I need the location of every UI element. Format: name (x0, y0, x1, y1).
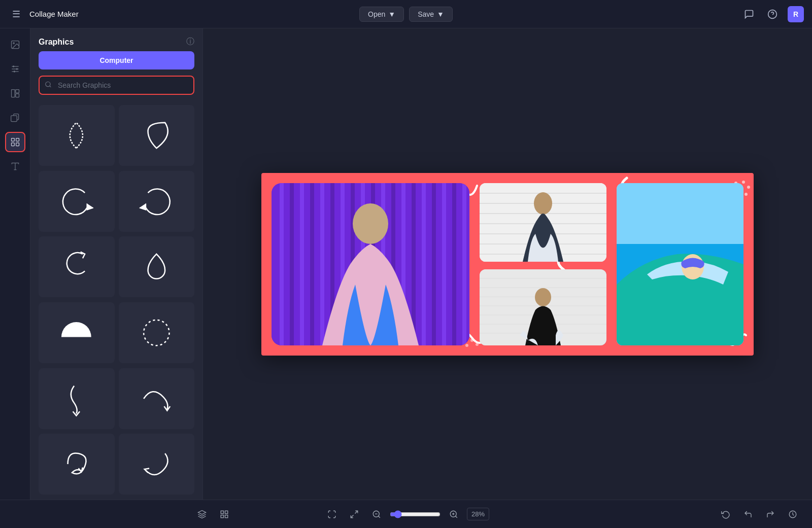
zoom-out-icon (372, 510, 381, 519)
list-item[interactable] (39, 236, 115, 297)
svg-point-51 (353, 203, 388, 244)
list-item[interactable] (119, 302, 195, 363)
svg-line-79 (355, 511, 357, 513)
svg-point-19 (46, 82, 50, 86)
sidebar-item-text[interactable] (5, 156, 25, 177)
topbar-right: R (453, 6, 804, 22)
svg-rect-14 (16, 138, 19, 142)
list-item[interactable] (119, 368, 195, 429)
sidebar-item-layouts[interactable] (5, 83, 25, 103)
fit-icon (350, 510, 359, 519)
svg-point-61 (534, 192, 552, 215)
svg-point-28 (476, 343, 479, 346)
svg-rect-11 (15, 94, 19, 97)
undo-button[interactable] (739, 505, 757, 523)
svg-line-85 (455, 516, 457, 517)
svg-rect-10 (15, 90, 19, 93)
overlays-icon (10, 113, 20, 123)
list-item[interactable] (39, 434, 115, 495)
photo-3-image (480, 269, 606, 345)
svg-line-80 (351, 515, 353, 517)
panel-header: Graphics ⓘ (30, 28, 202, 51)
search-icon (45, 81, 52, 90)
upload-computer-button[interactable]: Computer (39, 51, 194, 69)
svg-rect-16 (16, 143, 19, 146)
svg-rect-77 (225, 515, 228, 517)
photo-slot-3[interactable] (480, 269, 606, 345)
topbar: ☰ Collage Maker Open ▼ Save ▼ R (0, 0, 812, 28)
svg-point-70 (535, 288, 551, 306)
open-button[interactable]: Open ▼ (359, 7, 404, 22)
svg-rect-13 (11, 138, 14, 142)
expand-icon (327, 510, 336, 519)
sidebar-item-graphics[interactable] (5, 132, 25, 152)
menu-button[interactable]: ☰ (8, 6, 24, 22)
filters-icon (10, 64, 20, 74)
photo-4-image (617, 183, 743, 345)
icon-sidebar (0, 28, 30, 500)
chat-icon (744, 9, 754, 19)
zoom-out-button[interactable] (367, 505, 386, 523)
photo-2-image (480, 183, 606, 262)
user-avatar[interactable]: R (788, 6, 804, 22)
canvas-area (203, 28, 812, 500)
help-icon-button[interactable] (764, 6, 781, 22)
text-icon (10, 161, 20, 171)
svg-point-25 (745, 193, 748, 196)
redo-button[interactable] (761, 505, 780, 523)
photo-slot-2[interactable] (480, 183, 606, 262)
svg-line-82 (378, 516, 380, 517)
expand-button[interactable] (323, 505, 341, 523)
list-item[interactable] (39, 171, 115, 232)
topbar-left: ☰ Collage Maker (8, 6, 359, 22)
layouts-icon (10, 88, 20, 98)
list-item[interactable] (39, 368, 115, 429)
svg-rect-78 (221, 515, 223, 517)
bottom-bar: 28% (0, 500, 812, 528)
history-button[interactable] (784, 505, 802, 523)
svg-point-26 (465, 344, 468, 347)
photo-1-image (272, 183, 469, 345)
list-item[interactable] (39, 302, 115, 363)
bottom-center-tools: 28% (323, 505, 489, 523)
svg-rect-9 (11, 90, 15, 97)
svg-point-6 (13, 65, 14, 67)
list-item[interactable] (119, 236, 195, 297)
grid-icon (220, 510, 229, 519)
svg-rect-12 (11, 116, 17, 122)
refresh-button[interactable] (717, 505, 735, 523)
layers-icon (197, 510, 207, 519)
list-item[interactable] (119, 434, 195, 495)
svg-point-7 (16, 68, 17, 69)
svg-rect-75 (221, 511, 223, 513)
photo-slot-1[interactable] (272, 183, 469, 345)
chat-icon-button[interactable] (741, 6, 757, 22)
search-graphics-input[interactable] (40, 77, 193, 94)
fit-button[interactable] (345, 505, 363, 523)
grid-button[interactable] (215, 505, 233, 523)
list-item[interactable] (119, 105, 195, 166)
redo-icon (766, 510, 775, 519)
layers-button[interactable] (193, 505, 211, 523)
svg-rect-76 (225, 511, 228, 513)
graphics-grid (30, 101, 202, 500)
bottom-left-tools (193, 505, 233, 523)
zoom-slider[interactable] (390, 510, 441, 518)
chevron-down-icon: ▼ (388, 10, 395, 18)
list-item[interactable] (119, 171, 195, 232)
zoom-in-button[interactable] (445, 505, 463, 523)
save-button[interactable]: Save ▼ (409, 7, 453, 22)
bottom-right-tools (717, 505, 802, 523)
sidebar-item-overlays[interactable] (5, 108, 25, 128)
zoom-percent: 28% (467, 508, 489, 520)
collage-canvas (261, 173, 754, 356)
panel-title: Graphics (39, 38, 74, 47)
list-item[interactable] (39, 105, 115, 166)
svg-point-2 (13, 43, 14, 44)
sidebar-item-photos[interactable] (5, 34, 25, 55)
main-area: Graphics ⓘ Computer (0, 28, 812, 500)
sidebar-item-filters[interactable] (5, 59, 25, 79)
info-icon[interactable]: ⓘ (186, 37, 194, 47)
photos-icon (10, 40, 20, 50)
photo-slot-4[interactable] (617, 183, 743, 345)
